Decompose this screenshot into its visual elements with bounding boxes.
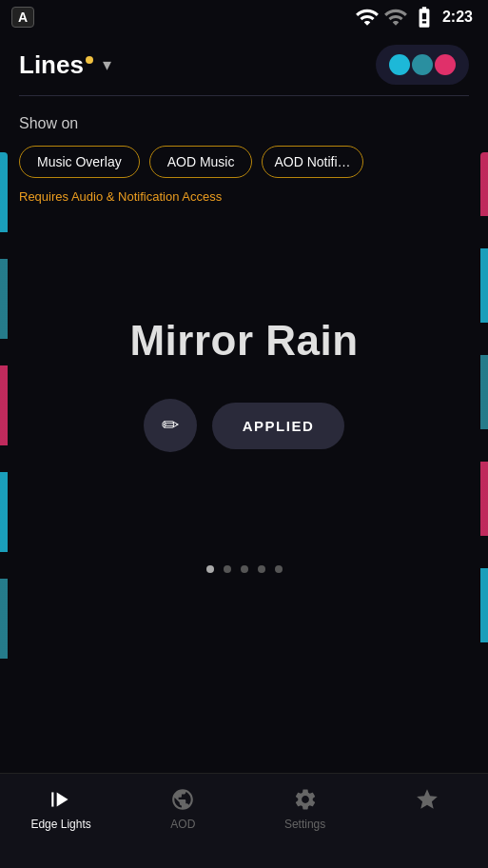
dropdown-arrow[interactable]: ▾	[103, 54, 111, 75]
nav-item-aod[interactable]: AOD	[145, 787, 221, 831]
nav-label-aod: AOD	[170, 818, 195, 831]
status-bar: A 2:23	[0, 0, 488, 34]
aod-icon	[170, 787, 195, 812]
nav-item-favorites[interactable]	[389, 787, 465, 818]
header-left: Lines ▾	[19, 50, 111, 80]
time-display: 2:23	[442, 9, 473, 26]
app-label: A	[11, 7, 34, 28]
battery-icon	[412, 5, 437, 30]
star-icon	[415, 787, 439, 812]
app-title: Lines	[19, 50, 93, 80]
indicator-1	[224, 565, 231, 573]
dot-pink	[435, 54, 456, 75]
nav-label-edge-lights: Edge Lights	[30, 818, 90, 831]
header-dots[interactable]	[376, 45, 469, 85]
chips-row: Music Overlay AOD Music AOD Notifi…	[19, 146, 469, 178]
dot-teal	[412, 54, 433, 75]
nav-label-settings: Settings	[284, 818, 325, 831]
applied-button[interactable]: APPLIED	[212, 403, 345, 449]
status-icons	[355, 5, 437, 30]
nav-item-edge-lights[interactable]: Edge Lights	[23, 787, 99, 831]
chip-aod-notifi[interactable]: AOD Notifi…	[262, 146, 362, 178]
nav-item-settings[interactable]: Settings	[267, 787, 343, 831]
indicator-2	[241, 565, 248, 573]
mirror-rain-title: Mirror Rain	[129, 317, 358, 365]
status-right: 2:23	[355, 5, 473, 30]
header: Lines ▾	[0, 34, 488, 95]
edit-button[interactable]: ✏	[144, 399, 197, 452]
indicator-3	[258, 565, 265, 573]
main-content: Mirror Rain ✏ APPLIED	[0, 232, 488, 537]
action-buttons: ✏ APPLIED	[144, 399, 345, 452]
edge-strip-right	[480, 152, 488, 685]
indicator-0	[206, 565, 214, 573]
chip-music-overlay[interactable]: Music Overlay	[19, 146, 140, 178]
edit-icon: ✏	[162, 413, 179, 438]
show-on-section: Show on Music Overlay AOD Music AOD Noti…	[0, 96, 488, 213]
indicator-4	[275, 565, 283, 573]
svg-rect-0	[51, 792, 53, 806]
edge-strip-left	[0, 152, 8, 685]
dot-blue	[389, 54, 410, 75]
access-warning: Requires Audio & Notification Access	[19, 189, 469, 204]
wifi-icon	[355, 5, 380, 30]
chip-aod-music[interactable]: AOD Music	[149, 146, 253, 178]
settings-icon	[293, 787, 318, 812]
title-dot	[86, 56, 93, 64]
bottom-nav: Edge Lights AOD Settings	[0, 773, 488, 868]
page-indicators	[0, 565, 488, 573]
show-on-label: Show on	[19, 115, 469, 132]
signal-icon	[383, 5, 408, 30]
edge-lights-icon	[49, 787, 73, 812]
